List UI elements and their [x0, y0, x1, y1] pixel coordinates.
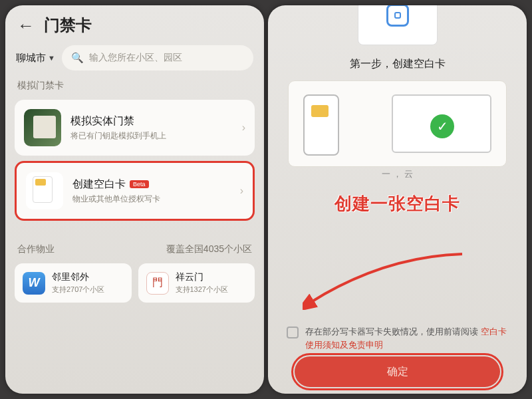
coop-title: 祥云门	[176, 271, 228, 283]
search-input[interactable]: 🔍 输入您所在小区、园区	[62, 45, 253, 70]
disclaimer-row: 存在部分写卡器写卡失败情况，使用前请阅读 空白卡使用须知及免责申明	[287, 325, 508, 351]
card-subtitle: 将已有门钥匙模拟到手机上	[70, 130, 233, 142]
search-icon: 🔍	[71, 52, 84, 64]
card-text: 创建空白卡 Beta 物业或其他单位授权写卡	[72, 178, 231, 205]
coop-coverage: 覆盖全国4035个小区	[166, 243, 252, 255]
coop-sub: 支持1327个小区	[176, 285, 228, 295]
step-label: 第一步，创建空白卡	[268, 57, 527, 71]
phone-illustration-icon	[303, 94, 339, 156]
section-header-coop: 合作物业 覆盖全国4035个小区	[5, 226, 264, 259]
phone-left-screen: ← 门禁卡 聊城市 ▼ 🔍 输入您所在小区、园区 模拟门禁卡 模拟实体门禁 将已…	[5, 5, 264, 394]
card-title: 模拟实体门禁	[70, 114, 233, 128]
coop-sub: 支持2707个小区	[52, 285, 104, 295]
card-title-text: 创建空白卡	[72, 178, 126, 192]
page-title: 门禁卡	[44, 15, 92, 36]
card-simulate-physical[interactable]: 模拟实体门禁 将已有门钥匙模拟到手机上 ›	[15, 100, 255, 156]
coop-grid: 邻里邻外 支持2707个小区 祥云门 支持1327个小区	[5, 259, 264, 307]
section-header-simulate: 模拟门禁卡	[5, 77, 264, 94]
disclaimer-text: 存在部分写卡器写卡失败情况，使用前请阅读 空白卡使用须知及免责申明	[305, 325, 508, 351]
disclaimer-checkbox[interactable]	[287, 327, 299, 338]
door-photo-icon	[24, 109, 61, 146]
chevron-right-icon: ›	[240, 185, 243, 197]
back-icon[interactable]: ←	[17, 15, 35, 36]
linli-icon	[23, 272, 45, 295]
coop-label: 合作物业	[17, 243, 55, 255]
chevron-down-icon: ▼	[48, 54, 55, 62]
card-subtitle: 物业或其他单位授权写卡	[72, 194, 231, 205]
blank-card-icon	[26, 172, 63, 209]
phone-right-screen: 第一步，创建空白卡 ✓ 一 ， 云 创建一张空白卡 存在部分写卡器写卡失败情况，…	[268, 5, 527, 394]
disclaimer-line1: 存在部分写卡器写卡失败情况，使用前请阅读	[305, 327, 478, 336]
step-indicator: 一 ， 云	[268, 168, 527, 180]
confirm-button[interactable]: 确定	[295, 356, 500, 387]
confirm-button-label: 确定	[387, 365, 408, 379]
annotation-arrow-icon	[303, 250, 469, 310]
search-placeholder: 输入您所在小区、园区	[89, 52, 182, 64]
checkmark-icon: ✓	[430, 114, 454, 138]
nfc-icon	[386, 5, 409, 27]
coop-item-linli[interactable]: 邻里邻外 支持2707个小区	[15, 263, 132, 303]
coop-title: 邻里邻外	[52, 271, 104, 283]
card-text: 模拟实体门禁 将已有门钥匙模拟到手机上	[70, 114, 233, 142]
step-illustration: ✓	[288, 80, 507, 167]
chevron-right-icon: ›	[242, 122, 245, 134]
card-create-blank[interactable]: 创建空白卡 Beta 物业或其他单位授权写卡 ›	[15, 161, 255, 221]
search-row: 聊城市 ▼ 🔍 输入您所在小区、园区	[5, 39, 264, 77]
card-title: 创建空白卡 Beta	[72, 178, 231, 192]
xiangyun-icon	[146, 272, 169, 295]
nfc-card-illustration	[358, 5, 438, 45]
city-picker[interactable]: 聊城市 ▼	[16, 52, 55, 65]
beta-badge: Beta	[130, 180, 149, 188]
annotation-callout: 创建一张空白卡	[268, 192, 527, 215]
coop-item-xiangyun[interactable]: 祥云门 支持1327个小区	[138, 263, 255, 303]
city-label: 聊城市	[16, 52, 46, 65]
app-topbar: ← 门禁卡	[5, 5, 264, 39]
